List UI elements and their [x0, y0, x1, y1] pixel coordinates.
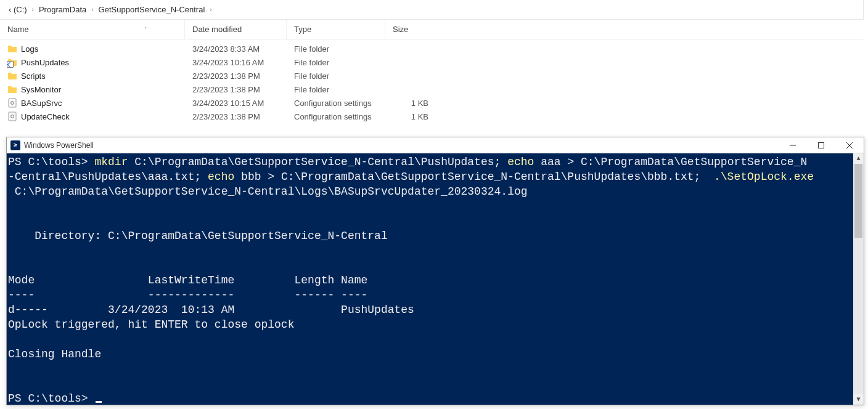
file-type: File folder	[294, 85, 329, 94]
cmd-mkdir: mkdir	[94, 156, 128, 168]
scroll-up-button[interactable]: ▲	[853, 153, 864, 164]
output-row: d----- 3/24/2023 10:13 AM PushUpdates	[8, 304, 414, 316]
file-type: Configuration settings	[294, 99, 372, 108]
powershell-icon: ≥	[10, 140, 20, 150]
output-closing: Closing Handle	[8, 348, 101, 360]
file-row[interactable]: Logs3/24/2023 8:33 AMFile folder	[0, 42, 864, 55]
cmd-echo: echo	[507, 156, 534, 168]
scrollbar[interactable]: ▲ ▼	[853, 153, 864, 405]
file-type: File folder	[294, 44, 329, 54]
folder-icon	[7, 44, 17, 54]
file-name: SysMonitor	[21, 85, 61, 94]
file-type: File folder	[294, 71, 329, 81]
column-header-date-label: Date modified	[192, 25, 242, 34]
file-size: 1 KB	[411, 112, 428, 121]
maximize-button[interactable]	[807, 137, 835, 153]
column-header-name[interactable]: Name ˄	[0, 20, 185, 39]
cmd-echo-arg: aaa > C:\ProgramData\GetSupportService_N	[534, 156, 807, 168]
output-separator: ---- ------------- ------ ----	[8, 289, 367, 301]
file-row[interactable]: BASupSrvc3/24/2023 10:15 AMConfiguration…	[0, 96, 864, 110]
window-controls	[779, 137, 864, 153]
minimize-button[interactable]	[779, 137, 807, 153]
file-name: UpdateCheck	[21, 112, 70, 121]
file-date: 3/24/2023 8:33 AM	[192, 44, 260, 54]
file-name: Logs	[21, 44, 38, 54]
config-file-icon	[7, 111, 17, 121]
prompt-text: PS C:\tools>	[8, 156, 94, 168]
cmd-echo-arg: bbb > C:\ProgramData\GetSupportService_N…	[234, 171, 694, 183]
svg-rect-0	[9, 99, 16, 107]
column-header-name-label: Name	[7, 25, 29, 34]
cmd-sep: ;	[494, 156, 508, 168]
file-name: Scripts	[21, 71, 46, 81]
scroll-thumb[interactable]	[854, 164, 862, 238]
close-button[interactable]	[835, 137, 864, 153]
cmd-sep: ;	[694, 171, 714, 183]
chevron-right-icon: ›	[208, 6, 213, 13]
svg-rect-5	[819, 142, 824, 148]
column-header-type[interactable]: Type	[287, 20, 385, 39]
breadcrumb[interactable]: ‹ (C:) › ProgramData › GetSupportService…	[0, 0, 864, 20]
file-type: Configuration settings	[294, 112, 372, 121]
file-row[interactable]: PushUpdates3/24/2023 10:16 AMFile folder	[0, 55, 864, 69]
svg-rect-2	[9, 112, 16, 121]
output-header: Mode LastWriteTime Length Name	[8, 274, 367, 286]
powershell-window: ≥ Windows PowerShell PS C:\tools> mkdir …	[6, 137, 864, 405]
powershell-console[interactable]: PS C:\tools> mkdir C:\ProgramData\GetSup…	[7, 153, 864, 405]
file-type: File folder	[294, 58, 329, 67]
sort-caret-icon: ˄	[144, 26, 147, 33]
output-oplock: OpLock triggered, hit ENTER to close opl…	[8, 318, 294, 331]
cmd-echo: echo	[208, 171, 234, 183]
file-name: BASupSrvc	[21, 99, 62, 108]
file-row[interactable]: SysMonitor2/23/2023 1:38 PMFile folder	[0, 83, 864, 96]
file-row[interactable]: Scripts2/23/2023 1:38 PMFile folder	[0, 69, 864, 83]
cmd-setoplock-arg: C:\ProgramData\GetSupportService_N-Centr…	[8, 185, 528, 198]
breadcrumb-segment-programdata[interactable]: ProgramData	[35, 0, 90, 19]
breadcrumb-segment-service[interactable]: GetSupportService_N-Central	[95, 0, 209, 19]
file-date: 2/23/2023 1:38 PM	[192, 112, 260, 121]
powershell-title: Windows PowerShell	[24, 141, 94, 150]
prompt-text: PS C:\tools>	[8, 392, 94, 405]
chevron-right-icon: ›	[31, 6, 35, 13]
cmd-setoplock: .\SetOpLock.exe	[714, 171, 814, 183]
cmd-mkdir-arg: C:\ProgramData\GetSupportService_N-Centr…	[128, 156, 494, 168]
cursor-icon	[96, 401, 102, 403]
file-size: 1 KB	[411, 99, 428, 108]
file-date: 2/23/2023 1:38 PM	[192, 85, 260, 94]
file-row[interactable]: UpdateCheck2/23/2023 1:38 PMConfiguratio…	[0, 110, 864, 123]
breadcrumb-segment-drive[interactable]: ‹ (C:)	[5, 0, 31, 19]
scroll-down-button[interactable]: ▼	[853, 394, 864, 405]
column-header-size[interactable]: Size	[385, 20, 428, 39]
config-file-icon	[7, 98, 17, 108]
file-name: PushUpdates	[21, 58, 69, 67]
file-date: 2/23/2023 1:38 PM	[192, 71, 260, 81]
output-directory: Directory: C:\ProgramData\GetSupportServ…	[8, 230, 388, 242]
file-list: Logs3/24/2023 8:33 AMFile folderPushUpda…	[0, 39, 864, 123]
column-header-date[interactable]: Date modified	[185, 20, 287, 39]
folder-shortcut-icon	[7, 57, 17, 67]
column-header-type-label: Type	[294, 25, 311, 34]
file-explorer: ‹ (C:) › ProgramData › GetSupportService…	[0, 0, 864, 123]
folder-icon	[7, 84, 17, 94]
chevron-right-icon: ›	[90, 6, 94, 13]
folder-icon	[7, 71, 17, 81]
cmd-cont: -Central\PushUpdates\aaa.txt	[8, 171, 194, 183]
column-header-size-label: Size	[393, 25, 408, 34]
cmd-sep: ;	[194, 171, 208, 183]
file-date: 3/24/2023 10:16 AM	[192, 58, 264, 67]
file-date: 3/24/2023 10:15 AM	[192, 99, 264, 108]
column-headers: Name ˄ Date modified Type Size	[0, 20, 864, 39]
powershell-titlebar[interactable]: ≥ Windows PowerShell	[7, 137, 864, 153]
